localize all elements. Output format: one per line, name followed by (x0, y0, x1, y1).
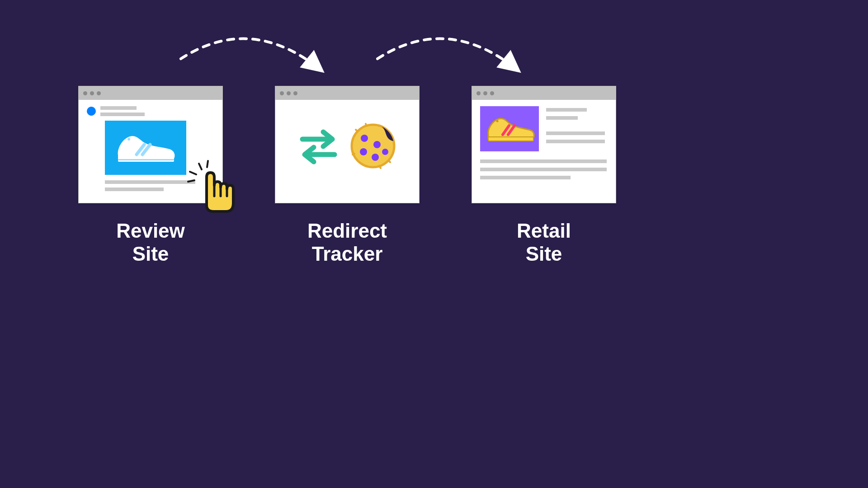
placeholder-line (480, 176, 571, 179)
browser-window-retail (472, 86, 616, 203)
svg-point-20 (360, 148, 367, 155)
svg-point-24 (496, 120, 498, 122)
window-dot-icon (287, 91, 291, 95)
svg-line-3 (199, 164, 202, 169)
diagram-stage: Review Site (0, 86, 694, 265)
cookie-icon (348, 122, 398, 172)
product-thumbnail (480, 106, 539, 151)
placeholder-line (546, 131, 605, 135)
svg-line-15 (353, 154, 354, 155)
browser-window-tracker (275, 86, 420, 203)
svg-line-5 (207, 161, 208, 167)
browser-window-review (78, 86, 223, 203)
window-titlebar (472, 86, 616, 100)
node-label: Retail Site (517, 220, 571, 265)
window-dot-icon (280, 91, 284, 95)
svg-point-2 (127, 138, 130, 141)
swap-arrows-icon (297, 127, 340, 167)
window-titlebar (79, 86, 222, 100)
svg-rect-1 (118, 159, 174, 160)
svg-line-4 (190, 172, 196, 174)
placeholder-line (100, 113, 145, 116)
placeholder-line (546, 108, 587, 112)
pointer-cursor-click-icon (182, 155, 245, 219)
placeholder-line (546, 140, 605, 143)
node-review: Review Site (78, 86, 223, 265)
window-dot-icon (83, 91, 87, 95)
placeholder-line (480, 168, 607, 171)
placeholder-line (105, 188, 164, 191)
window-dot-icon (90, 91, 94, 95)
avatar-icon (87, 107, 96, 116)
window-dot-icon (483, 91, 487, 95)
svg-line-6 (188, 180, 194, 182)
placeholder-line (480, 160, 607, 163)
arrow-review-to-tracker (181, 39, 321, 70)
placeholder-line (546, 116, 578, 120)
node-tracker: Redirect Tracker (275, 86, 420, 265)
window-dot-icon (476, 91, 481, 95)
svg-rect-23 (488, 137, 533, 141)
window-dot-icon (97, 91, 101, 95)
placeholder-line (100, 106, 137, 110)
node-label: Redirect Tracker (307, 220, 387, 265)
node-retail: Retail Site (472, 86, 616, 265)
shoe-icon (484, 111, 536, 146)
shoe-icon (112, 127, 179, 169)
window-dot-icon (293, 91, 297, 95)
svg-point-21 (372, 154, 379, 161)
product-image-panel (105, 121, 186, 175)
svg-point-18 (361, 135, 368, 142)
svg-line-13 (356, 130, 357, 131)
window-titlebar (275, 86, 419, 100)
svg-line-17 (366, 124, 366, 126)
svg-point-19 (373, 141, 381, 148)
node-label: Review Site (116, 220, 185, 265)
svg-point-22 (382, 149, 388, 155)
arrow-tracker-to-retail (377, 39, 518, 70)
svg-line-16 (380, 166, 381, 168)
window-dot-icon (490, 91, 494, 95)
svg-line-14 (389, 161, 390, 162)
